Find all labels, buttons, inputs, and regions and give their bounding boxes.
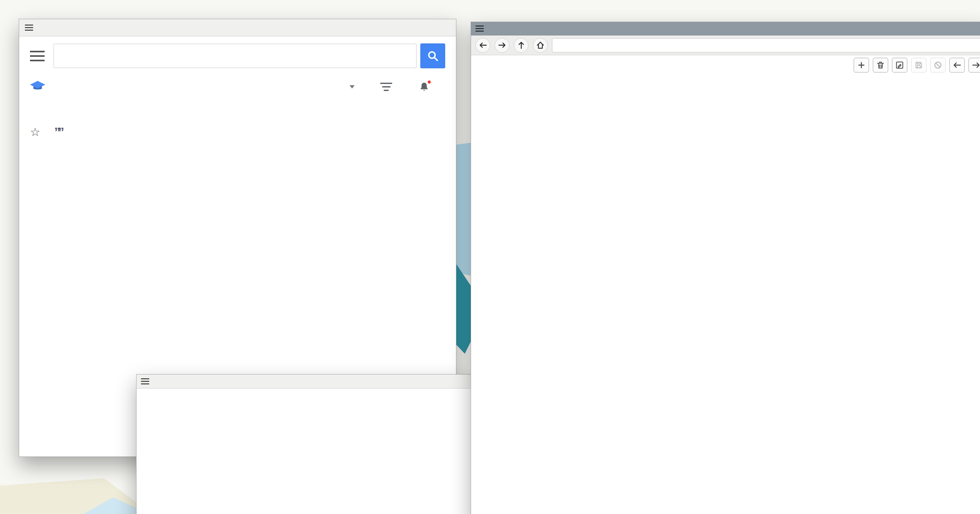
ban-circle-icon (934, 61, 942, 70)
floppy-save-icon (914, 61, 923, 70)
pdf-page (529, 55, 956, 176)
filter-icon[interactable] (380, 83, 392, 91)
google-scholar-logo-icon[interactable] (30, 80, 45, 93)
plus-icon (857, 61, 866, 70)
delete-button[interactable] (873, 58, 888, 72)
code-lines (165, 393, 180, 514)
edit-button[interactable] (892, 58, 907, 72)
back-button[interactable] (476, 38, 490, 53)
window-menu-icon[interactable] (476, 26, 484, 32)
pdf-window-titlebar[interactable] (471, 22, 980, 35)
add-button[interactable] (854, 58, 869, 72)
window-menu-icon[interactable] (25, 25, 33, 30)
cite-quote-icon[interactable]: ”” (54, 128, 64, 137)
workspace-window (136, 374, 472, 514)
browser-window-titlebar[interactable] (19, 19, 456, 37)
edit-pencil-icon (895, 61, 904, 70)
desktop: ☆ ”” (0, 0, 980, 514)
browser-nav-bar (471, 35, 980, 55)
result-actions: ☆ ”” (30, 126, 401, 138)
page-back-button[interactable] (950, 58, 965, 72)
home-button[interactable] (533, 38, 547, 53)
notification-dot (427, 80, 431, 84)
save-button[interactable] (911, 58, 926, 72)
scholar-result: ☆ ”” (19, 109, 411, 163)
paper-column-left (529, 165, 731, 176)
result-footer (30, 153, 401, 163)
workspace-window-titlebar[interactable] (137, 375, 471, 388)
search-icon (427, 50, 439, 62)
window-menu-icon[interactable] (141, 378, 149, 385)
alerts-bell-icon[interactable] (419, 81, 429, 92)
url-input[interactable] (552, 38, 980, 53)
pdf-availability (397, 109, 401, 121)
pdf-toolbar (854, 58, 980, 72)
paper-column-right (754, 165, 956, 176)
arrow-left-icon (479, 41, 487, 49)
arrow-right-icon (972, 61, 980, 70)
scholar-header (19, 75, 456, 98)
search-button[interactable] (420, 43, 445, 68)
pdf-viewer (471, 55, 980, 514)
paper-columns (529, 165, 956, 176)
scholar-search-bar (19, 37, 456, 68)
up-button[interactable] (514, 38, 528, 53)
cancel-button[interactable] (930, 58, 945, 72)
page-forward-button[interactable] (969, 58, 980, 72)
arrow-left-icon (953, 61, 961, 70)
save-star-icon[interactable]: ☆ (30, 126, 40, 138)
trash-icon (876, 61, 885, 70)
home-icon (536, 41, 545, 49)
chevron-down-icon (350, 85, 355, 88)
arrow-right-icon (498, 41, 506, 49)
arrow-up-icon (517, 41, 525, 49)
year-filter-dropdown[interactable] (346, 85, 355, 88)
forward-button[interactable] (495, 38, 509, 53)
search-input[interactable] (54, 44, 417, 68)
code-gutter (137, 393, 165, 514)
code-editor[interactable] (137, 388, 471, 514)
pdf-browser-window (471, 22, 980, 514)
scholar-menu-icon[interactable] (30, 51, 45, 61)
